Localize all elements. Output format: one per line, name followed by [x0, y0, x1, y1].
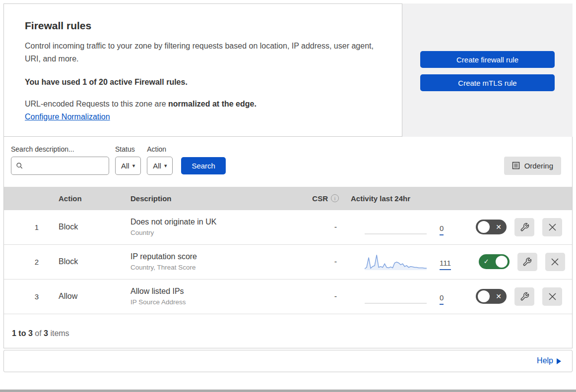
- search-label: Search description...: [11, 145, 109, 153]
- items-count-range: 1 to 3: [12, 329, 33, 337]
- rule-description-cell: Does not originate in UK Country: [130, 218, 294, 236]
- page: Firewall rules Control incoming traffic …: [0, 0, 576, 376]
- intro-card: Firewall rules Control incoming traffic …: [3, 3, 402, 137]
- activity-count-link[interactable]: 0: [440, 293, 444, 305]
- chevron-down-icon: ▾: [132, 163, 135, 169]
- filter-bar: Search description... Status All ▾ Actio…: [4, 137, 572, 187]
- header-activity: Activity last 24hr: [339, 194, 448, 203]
- chevron-down-icon: ▾: [164, 163, 167, 169]
- rule-priority: 1: [4, 223, 44, 231]
- rule-csr: -: [294, 292, 339, 301]
- rule-fields: Country, Threat Score: [130, 264, 294, 271]
- rule-enable-toggle[interactable]: ✓ ✕: [479, 254, 510, 269]
- rule-controls: ✓ ✕: [451, 253, 575, 271]
- rule-controls: ✓ ✕: [448, 287, 572, 306]
- toggle-knob: [478, 290, 490, 302]
- search-input-wrapper: [11, 157, 109, 175]
- edit-rule-button[interactable]: [514, 287, 534, 306]
- activity-count-link[interactable]: 111: [440, 259, 451, 270]
- rule-enable-toggle[interactable]: ✓ ✕: [476, 220, 507, 234]
- activity-count-link[interactable]: 0: [440, 224, 444, 235]
- close-icon: [551, 258, 559, 266]
- rules-table: Action Description CSR i Activity last 2…: [4, 187, 572, 314]
- page-title: Firewall rules: [25, 20, 381, 32]
- ordering-button-label: Ordering: [524, 162, 553, 170]
- search-button[interactable]: Search: [181, 157, 226, 174]
- rule-action: Block: [44, 223, 130, 231]
- arrow-right-icon: [557, 358, 561, 364]
- activity-sparkline: [365, 252, 427, 271]
- status-label: Status: [115, 145, 141, 153]
- top-section: Firewall rules Control incoming traffic …: [3, 3, 573, 137]
- table-row: 1 Block Does not originate in UK Country…: [4, 210, 572, 245]
- search-input[interactable]: [26, 162, 104, 169]
- rule-activity-cell: 0: [339, 287, 448, 306]
- header-description: Description: [130, 194, 294, 203]
- table-row: 2 Block IP reputation score Country, Thr…: [4, 245, 572, 280]
- delete-rule-button[interactable]: [542, 287, 562, 306]
- table-header-row: Action Description CSR i Activity last 2…: [4, 187, 572, 210]
- action-selected-value: All: [153, 162, 161, 170]
- edit-rule-button[interactable]: [514, 218, 534, 236]
- rule-csr: -: [294, 223, 339, 231]
- x-icon: ✕: [496, 224, 502, 230]
- toggle-knob: [478, 221, 490, 233]
- items-count-suffix: items: [48, 329, 69, 337]
- x-icon: ✕: [496, 293, 502, 300]
- actions-panel: Create firewall rule Create mTLS rule: [402, 3, 573, 137]
- normalization-bold: normalized at the edge.: [168, 100, 256, 108]
- activity-sparkline: [365, 287, 427, 306]
- activity-sparkline: [365, 218, 427, 236]
- close-icon: [548, 223, 557, 231]
- help-link[interactable]: Help: [537, 356, 553, 365]
- items-count-total: 3: [44, 329, 48, 337]
- normalization-prefix: URL-encoded Requests to this zone are: [25, 100, 168, 108]
- usage-summary: You have used 1 of 20 active Firewall ru…: [25, 78, 381, 87]
- items-count-of: of: [33, 329, 44, 337]
- delete-rule-button[interactable]: [545, 253, 565, 271]
- header-csr-label: CSR: [312, 194, 328, 203]
- status-selected-value: All: [121, 162, 129, 170]
- check-icon: ✓: [484, 259, 489, 265]
- delete-rule-button[interactable]: [542, 218, 562, 236]
- create-mtls-rule-button[interactable]: Create mTLS rule: [420, 74, 555, 91]
- rule-priority: 3: [4, 292, 44, 301]
- rule-activity-cell: 0: [339, 218, 448, 236]
- table-row: 3 Allow Allow listed IPs IP Source Addre…: [4, 280, 572, 314]
- configure-normalization-link[interactable]: Configure Normalization: [25, 112, 110, 121]
- status-filter-group: Status All ▾: [115, 145, 141, 175]
- rule-action: Block: [44, 257, 130, 266]
- rule-description: Does not originate in UK: [130, 218, 294, 226]
- status-select[interactable]: All ▾: [115, 157, 141, 175]
- edit-rule-button[interactable]: [517, 253, 537, 271]
- rule-description: Allow listed IPs: [130, 287, 294, 296]
- header-action: Action: [44, 194, 130, 203]
- items-count: 1 to 3 of 3 items: [4, 314, 572, 348]
- rule-description: IP reputation score: [130, 252, 294, 261]
- ordering-icon: [512, 162, 520, 169]
- header-csr: CSR i: [294, 194, 339, 203]
- rule-fields: Country: [130, 229, 294, 236]
- rule-activity-cell: 111: [339, 252, 451, 271]
- create-firewall-rule-button[interactable]: Create firewall rule: [420, 51, 555, 68]
- close-icon: [548, 292, 557, 301]
- action-filter-group: Action All ▾: [147, 145, 173, 175]
- search-icon: [16, 162, 23, 170]
- info-icon[interactable]: i: [331, 194, 339, 202]
- search-group: Search description...: [11, 145, 109, 175]
- rule-description-cell: Allow listed IPs IP Source Address: [130, 287, 294, 306]
- bottom-strip: [0, 390, 576, 392]
- wrench-icon: [522, 257, 532, 267]
- main-panel: Search description... Status All ▾ Actio…: [3, 136, 573, 348]
- intro-description: Control incoming traffic to your zone by…: [25, 40, 377, 66]
- wrench-icon: [520, 223, 529, 232]
- action-select[interactable]: All ▾: [147, 157, 173, 175]
- help-bar: Help: [3, 350, 573, 372]
- rule-priority: 2: [4, 258, 44, 266]
- action-label: Action: [147, 145, 173, 153]
- rule-enable-toggle[interactable]: ✓ ✕: [476, 289, 507, 304]
- ordering-button[interactable]: Ordering: [504, 157, 561, 175]
- rule-description-cell: IP reputation score Country, Threat Scor…: [130, 252, 294, 271]
- rule-csr: -: [294, 257, 339, 266]
- normalization-note: URL-encoded Requests to this zone are no…: [25, 100, 381, 109]
